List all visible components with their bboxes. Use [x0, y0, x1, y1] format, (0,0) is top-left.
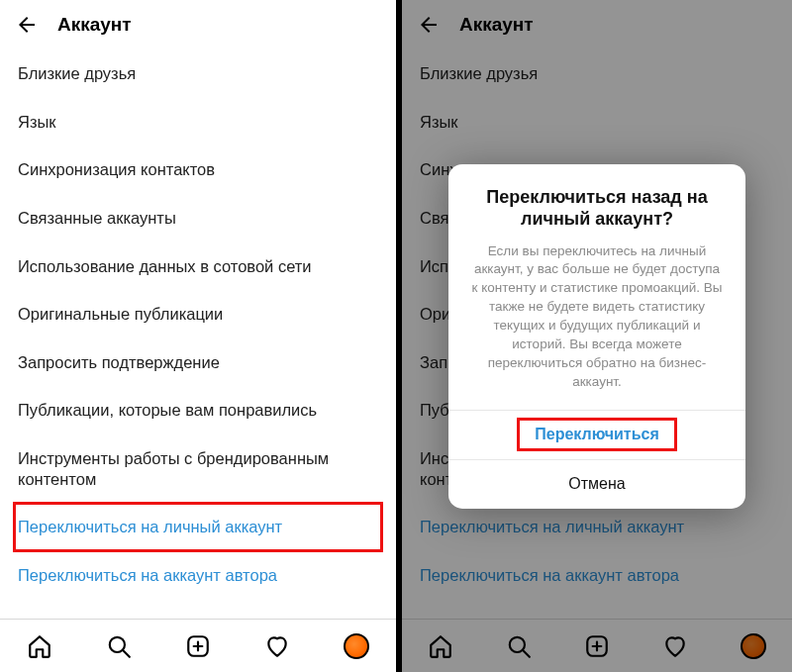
list-item[interactable]: Связанные аккаунты — [18, 194, 378, 242]
dialog-title: Переключиться назад на личный аккаунт? — [448, 163, 745, 238]
dialog-confirm-label: Переключиться — [519, 420, 675, 449]
settings-list: Близкие друзья Язык Синхронизация контак… — [0, 49, 396, 600]
tab-search[interactable] — [504, 631, 534, 661]
dialog-confirm-button[interactable]: Переключиться — [448, 410, 745, 459]
search-icon — [506, 633, 532, 659]
switch-to-creator-account[interactable]: Переключиться на аккаунт автора — [420, 551, 774, 600]
dialog-cancel-button[interactable]: Отмена — [448, 459, 745, 509]
tab-create[interactable] — [582, 631, 612, 661]
dialog-body: Если вы переключитесь на личный аккаунт,… — [448, 238, 745, 409]
heart-icon — [264, 633, 290, 659]
screenshot-left: Аккаунт Близкие друзья Язык Синхронизаци… — [0, 0, 396, 672]
list-item[interactable]: Близкие друзья — [18, 49, 378, 98]
list-item[interactable]: Запросить подтверждение — [18, 338, 378, 387]
svg-line-1 — [123, 650, 129, 657]
dialog-cancel-label: Отмена — [568, 475, 625, 493]
plus-square-icon — [584, 633, 610, 659]
list-item[interactable]: Язык — [18, 98, 378, 146]
list-item[interactable]: Публикации, которые вам понравились — [18, 386, 378, 434]
switch-to-personal-account[interactable]: Переключиться на личный аккаунт — [420, 503, 774, 551]
home-icon — [27, 633, 52, 659]
tab-search[interactable] — [104, 631, 134, 661]
list-item[interactable]: Язык — [420, 98, 774, 146]
switch-to-personal-account[interactable]: Переключиться на личный аккаунт — [14, 503, 382, 551]
svg-line-6 — [524, 650, 531, 657]
tab-home[interactable] — [426, 631, 455, 661]
back-button[interactable] — [14, 12, 40, 38]
list-item[interactable]: Синхронизация контактов — [18, 145, 378, 194]
plus-square-icon — [185, 633, 211, 659]
avatar-icon — [344, 633, 369, 659]
list-item[interactable]: Близкие друзья — [420, 49, 774, 98]
tab-profile[interactable] — [739, 631, 768, 661]
tab-activity[interactable] — [660, 631, 690, 661]
list-item[interactable]: Оригинальные публикации — [18, 290, 378, 338]
header: Аккаунт — [0, 0, 396, 49]
tab-home[interactable] — [25, 631, 54, 661]
avatar-icon — [741, 633, 766, 659]
arrow-left-icon — [15, 13, 39, 37]
page-title: Аккаунт — [57, 14, 132, 36]
confirm-dialog: Переключиться назад на личный аккаунт? Е… — [448, 163, 745, 508]
page-title: Аккаунт — [459, 14, 534, 36]
home-icon — [428, 633, 453, 659]
tab-bar — [402, 619, 792, 672]
list-item[interactable]: Инструменты работы с брендированным конт… — [18, 434, 378, 503]
header: Аккаунт — [402, 0, 792, 49]
tab-bar — [0, 619, 396, 672]
tab-create[interactable] — [183, 631, 213, 661]
search-icon — [106, 633, 132, 659]
screenshot-right: Аккаунт Близкие друзья Язык Синхронизаци… — [396, 0, 792, 672]
arrow-left-icon — [417, 13, 441, 37]
tab-profile[interactable] — [342, 631, 371, 661]
tab-activity[interactable] — [262, 631, 292, 661]
back-button[interactable] — [416, 12, 442, 38]
switch-to-creator-account[interactable]: Переключиться на аккаунт автора — [18, 551, 378, 600]
list-item[interactable]: Использование данных в сотовой сети — [18, 242, 378, 291]
heart-icon — [662, 633, 688, 659]
